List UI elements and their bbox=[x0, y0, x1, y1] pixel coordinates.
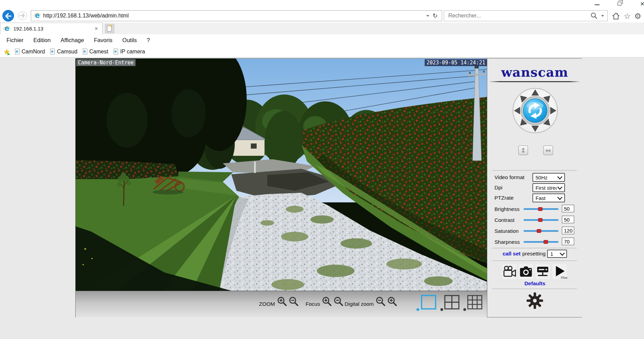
menu-fichier[interactable]: Fichier bbox=[4, 36, 26, 44]
search-dropdown-icon[interactable] bbox=[601, 15, 604, 17]
vertical-patrol-button[interactable]: ↕ bbox=[518, 146, 528, 155]
play-stream-button[interactable]: Flive bbox=[552, 264, 567, 279]
favorites-star-icon[interactable]: ☆ bbox=[624, 12, 631, 20]
brightness-label: Brightness bbox=[494, 206, 519, 212]
favorite-page-icon: e bbox=[83, 49, 87, 54]
contrast-slider[interactable] bbox=[524, 219, 558, 221]
presetting-select[interactable]: 1 bbox=[547, 250, 567, 258]
digital-zoom-in-icon[interactable] bbox=[387, 297, 398, 307]
menu-edition[interactable]: Edition bbox=[31, 36, 53, 44]
tab-active[interactable]: e 192.168.1.13 ✕ bbox=[0, 23, 103, 34]
address-dropdown-icon[interactable] bbox=[426, 15, 429, 17]
ptzrate-select[interactable]: Fast bbox=[532, 193, 565, 202]
settings-gear-icon[interactable]: ⚙ bbox=[634, 12, 641, 20]
sharpness-value-input[interactable] bbox=[562, 238, 574, 245]
contrast-value-box[interactable] bbox=[562, 216, 574, 223]
photo-camera-icon bbox=[519, 264, 533, 279]
nine-view-dot bbox=[463, 308, 466, 311]
new-tab-button[interactable]: ★ bbox=[105, 24, 114, 33]
video-format-select[interactable]: 50Hz bbox=[532, 173, 565, 182]
favorite-camnord[interactable]: e CamNord bbox=[15, 49, 45, 55]
saturation-value-input[interactable] bbox=[562, 227, 574, 234]
menu-help[interactable]: ? bbox=[145, 36, 152, 44]
home-icon[interactable] bbox=[611, 12, 620, 21]
refresh-icon[interactable]: ↻ bbox=[433, 12, 438, 20]
favorite-ip-camera[interactable]: e IP camera bbox=[114, 49, 145, 55]
add-favorite-icon[interactable]: ★ bbox=[3, 48, 12, 56]
slider-thumb[interactable] bbox=[538, 207, 542, 211]
favorite-camest[interactable]: e Camest bbox=[83, 49, 108, 55]
chevron-down-icon bbox=[557, 176, 563, 180]
nine-view-button[interactable] bbox=[467, 294, 483, 310]
zoom-in-icon[interactable] bbox=[276, 297, 288, 307]
search-bar[interactable] bbox=[444, 10, 608, 21]
brightness-slider[interactable] bbox=[524, 208, 558, 210]
video-scene bbox=[76, 59, 487, 291]
divider bbox=[492, 248, 577, 248]
menu-bar: Fichier Edition Affichage Favoris Outils… bbox=[0, 34, 644, 46]
menu-outils[interactable]: Outils bbox=[120, 36, 139, 44]
dpi-select[interactable]: First strea bbox=[532, 183, 565, 192]
sharpness-slider[interactable] bbox=[524, 241, 558, 243]
divider bbox=[489, 81, 580, 82]
divider bbox=[492, 170, 577, 171]
saturation-slider[interactable] bbox=[524, 230, 558, 232]
favorites-bar: ★ e CamNord e Camsud e Camest e IP camer… bbox=[0, 46, 644, 58]
settings-gear-button[interactable] bbox=[526, 292, 543, 309]
dpi-label: Dpi bbox=[494, 185, 502, 191]
play-caption: Flive bbox=[561, 276, 567, 279]
camera-video-view[interactable]: Camera-Nord-Entree 2023-09-05 14:24:21 bbox=[76, 59, 487, 291]
browser-quick-icons: ☆ ⚙ bbox=[611, 12, 641, 21]
close-icon: ✕ bbox=[640, 1, 644, 7]
wanscam-logo: wanscam bbox=[487, 65, 582, 80]
menu-affichage[interactable]: Affichage bbox=[59, 36, 86, 44]
search-input[interactable] bbox=[444, 13, 590, 19]
snapshot-button[interactable] bbox=[519, 264, 533, 279]
menu-favoris[interactable]: Favoris bbox=[92, 36, 114, 44]
single-view-button[interactable] bbox=[421, 294, 437, 310]
horizontal-arrows-icon: ↔ bbox=[545, 147, 551, 154]
defaults-link[interactable]: Defaults bbox=[487, 280, 582, 287]
search-icon[interactable] bbox=[590, 12, 598, 20]
back-arrow-icon bbox=[3, 10, 14, 22]
timestamp-overlay: 2023-09-05 14:24:21 bbox=[425, 59, 487, 66]
contrast-value-input[interactable] bbox=[562, 216, 574, 223]
favorite-camsud[interactable]: e Camsud bbox=[50, 49, 77, 55]
saturation-value-box[interactable] bbox=[562, 227, 574, 234]
contrast-label: Contrast bbox=[494, 217, 515, 223]
focus-in-icon[interactable] bbox=[321, 297, 333, 307]
digital-zoom-out-icon[interactable] bbox=[375, 297, 387, 307]
call-set-link[interactable]: call set bbox=[503, 251, 521, 257]
back-button[interactable] bbox=[2, 10, 14, 22]
address-input[interactable] bbox=[43, 13, 423, 19]
tab-close-icon[interactable]: ✕ bbox=[93, 25, 100, 32]
slider-thumb[interactable] bbox=[538, 218, 542, 222]
vertical-arrows-icon: ↕ bbox=[520, 147, 526, 154]
record-video-button[interactable] bbox=[502, 264, 517, 279]
restore-icon bbox=[618, 2, 621, 5]
divider bbox=[492, 289, 577, 289]
horizontal-patrol-button[interactable]: ↔ bbox=[543, 146, 553, 155]
focus-out-icon[interactable] bbox=[333, 297, 345, 307]
brightness-value-box[interactable] bbox=[562, 205, 574, 212]
brightness-value-input[interactable] bbox=[562, 205, 574, 212]
sharpness-value-box[interactable] bbox=[562, 238, 574, 245]
ie-page-icon: e bbox=[34, 12, 41, 20]
camcorder-icon bbox=[502, 264, 517, 279]
forward-button[interactable] bbox=[18, 11, 27, 20]
slider-thumb[interactable] bbox=[537, 229, 541, 233]
zoom-out-icon[interactable] bbox=[288, 297, 300, 307]
quad-view-button[interactable] bbox=[444, 294, 460, 310]
camera-control-panel: wanscam bbox=[487, 59, 582, 317]
ptz-control[interactable] bbox=[512, 87, 558, 134]
forward-arrow-icon bbox=[18, 12, 26, 20]
address-bar[interactable]: e ↻ bbox=[31, 10, 442, 21]
restore-button[interactable] bbox=[615, 0, 625, 9]
storage-button[interactable] bbox=[536, 264, 550, 279]
ptz-center-button[interactable] bbox=[523, 99, 547, 123]
single-view-dot bbox=[416, 308, 419, 311]
close-button[interactable]: ✕ bbox=[637, 0, 644, 9]
slider-thumb[interactable] bbox=[544, 240, 548, 244]
minimize-button[interactable] bbox=[592, 0, 602, 9]
view-layout-group bbox=[416, 294, 485, 315]
